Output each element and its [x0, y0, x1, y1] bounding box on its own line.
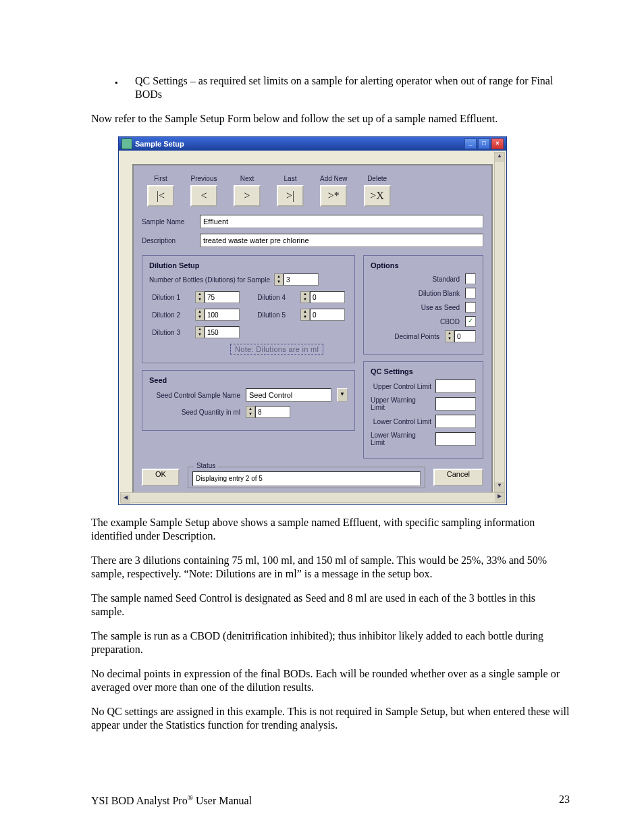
- paragraph-2: There are 3 dilutions containing 75 ml, …: [91, 554, 570, 581]
- nav-first-button[interactable]: |<: [147, 185, 174, 207]
- num-bottles-label: Number of Bottles (Dilutions) for Sample: [149, 276, 270, 284]
- nav-first-label: First: [154, 175, 167, 182]
- dilution-note: Note: Dilutions are in ml: [230, 344, 323, 355]
- bullet-marker: ▪: [115, 74, 135, 101]
- seed-qty-label: Seed Quantity in ml: [149, 409, 240, 416]
- opt-blank-checkbox[interactable]: [465, 288, 476, 298]
- nav-next-label: Next: [240, 175, 254, 182]
- dilution5-input[interactable]: [310, 309, 345, 321]
- opt-cbod-label: CBOD: [440, 318, 460, 325]
- scroll-left-icon[interactable]: ◀: [121, 494, 130, 504]
- seed-group: Seed Seed Control Sample Name Seed Contr…: [142, 370, 355, 431]
- minimize-button[interactable]: _: [464, 138, 477, 149]
- dilution3-label: Dilution 3: [149, 329, 183, 336]
- status-label: Status: [194, 462, 218, 469]
- dilution1-label: Dilution 1: [149, 294, 183, 301]
- opt-standard-checkbox[interactable]: [465, 273, 476, 284]
- dilution3-spinner[interactable]: ▲▼: [195, 326, 242, 338]
- dilution1-spinner[interactable]: ▲▼: [195, 291, 242, 303]
- window-titlebar: Sample Setup _ □ ×: [119, 137, 506, 151]
- spin-down-icon[interactable]: ▼: [275, 280, 283, 285]
- qc-ucl-input[interactable]: [435, 380, 476, 393]
- description-label: Description: [142, 237, 196, 244]
- paragraph-1: The example Sample Setup above shows a s…: [91, 516, 570, 543]
- paragraph-5: No decimal points in expression of the f…: [91, 667, 570, 694]
- seed-title: Seed: [149, 376, 348, 384]
- qc-lwl-input[interactable]: [435, 432, 476, 446]
- description-input[interactable]: treated waste water pre chlorine: [200, 234, 483, 247]
- app-icon: [122, 138, 132, 149]
- num-bottles-spinner[interactable]: ▲▼: [274, 273, 319, 286]
- bullet-text: QC Settings – as required set limits on …: [135, 74, 570, 101]
- seed-name-input[interactable]: Seed Control: [246, 388, 331, 402]
- cancel-button[interactable]: Cancel: [433, 469, 483, 486]
- nav-next-button[interactable]: >: [234, 185, 261, 207]
- opt-seed-label: Use as Seed: [421, 304, 460, 311]
- dilution-setup-group: Dilution Setup Number of Bottles (Diluti…: [142, 255, 355, 363]
- opt-standard-label: Standard: [432, 276, 460, 283]
- sample-setup-form: First|< Previous< Next> Last>| Add New>*…: [132, 164, 493, 498]
- opt-cbod-checkbox[interactable]: ✓: [465, 316, 476, 327]
- qc-lcl-label: Lower Control Limit: [373, 418, 431, 425]
- nav-previous-button[interactable]: <: [190, 185, 217, 207]
- close-button[interactable]: ×: [491, 138, 504, 149]
- page-number: 23: [559, 793, 570, 807]
- dilution1-input[interactable]: [205, 291, 240, 303]
- page-footer: YSI BOD Analyst Pro® User Manual 23: [91, 793, 570, 807]
- nav-addnew-label: Add New: [320, 175, 348, 182]
- dilution4-spinner[interactable]: ▲▼: [300, 291, 348, 303]
- paragraph-3: The sample named Seed Control is designa…: [91, 592, 570, 619]
- options-group: Options Standard Dilution Blank Use as S…: [363, 255, 483, 355]
- status-text: Displaying entry 2 of 5: [192, 471, 421, 486]
- seed-qty-input[interactable]: [255, 406, 290, 418]
- num-bottles-input[interactable]: [284, 273, 319, 286]
- qc-uwl-input[interactable]: [435, 397, 476, 411]
- nav-addnew-button[interactable]: >*: [320, 185, 347, 207]
- nav-delete-label: Delete: [367, 175, 387, 182]
- scroll-right-icon[interactable]: ▶: [495, 493, 504, 502]
- seed-name-dropdown-icon[interactable]: ▼: [337, 388, 348, 402]
- opt-seed-checkbox[interactable]: [465, 302, 476, 313]
- spin-up-icon[interactable]: ▲: [275, 274, 283, 280]
- nav-delete-button[interactable]: >X: [364, 185, 391, 207]
- vertical-scrollbar[interactable]: ▲ ▼: [494, 152, 505, 492]
- qc-lcl-input[interactable]: [435, 415, 476, 428]
- seed-qty-spinner[interactable]: ▲▼: [246, 406, 290, 418]
- nav-last-label: Last: [284, 175, 297, 182]
- maximize-button[interactable]: □: [478, 138, 490, 149]
- qc-settings-title: QC Settings: [371, 367, 476, 375]
- paragraph-6: No QC settings are assigned in this exam…: [91, 705, 570, 732]
- dilution-setup-title: Dilution Setup: [149, 261, 348, 269]
- intro-paragraph: Now refer to the Sample Setup Form below…: [91, 112, 570, 126]
- seed-name-label: Seed Control Sample Name: [149, 392, 240, 399]
- horizontal-scrollbar[interactable]: ◀ ▶: [120, 492, 505, 503]
- opt-blank-label: Dilution Blank: [419, 290, 460, 297]
- options-title: Options: [371, 261, 476, 269]
- sample-setup-screenshot: Sample Setup _ □ × ▲ ▼ First|< Previous<…: [118, 136, 507, 505]
- dilution5-spinner[interactable]: ▲▼: [300, 309, 348, 321]
- opt-decpts-spinner[interactable]: ▲▼: [445, 330, 476, 342]
- opt-decpts-input[interactable]: [454, 330, 476, 342]
- dilution3-input[interactable]: [205, 326, 240, 338]
- qc-ucl-label: Upper Control Limit: [373, 383, 431, 390]
- record-nav: First|< Previous< Next> Last>| Add New>*…: [142, 172, 483, 209]
- dilution2-label: Dilution 2: [149, 311, 183, 319]
- scroll-up-icon[interactable]: ▲: [495, 153, 504, 162]
- ok-button[interactable]: OK: [142, 469, 180, 486]
- dilution2-spinner[interactable]: ▲▼: [195, 309, 242, 321]
- nav-previous-label: Previous: [191, 175, 217, 182]
- qc-lwl-label: Lower Warning Limit: [371, 432, 431, 446]
- qc-settings-group: QC Settings Upper Control Limit Upper Wa…: [363, 361, 483, 459]
- nav-last-button[interactable]: >|: [277, 185, 304, 207]
- status-box: Status Displaying entry 2 of 5: [188, 467, 425, 488]
- dilution4-input[interactable]: [310, 291, 345, 303]
- qc-uwl-label: Upper Warning Limit: [371, 396, 431, 411]
- window-title: Sample Setup: [135, 140, 184, 148]
- sample-name-input[interactable]: Effluent: [200, 215, 483, 228]
- sample-name-label: Sample Name: [142, 218, 196, 226]
- dilution2-input[interactable]: [205, 309, 240, 321]
- dilution5-label: Dilution 5: [254, 311, 288, 319]
- paragraph-4: The sample is run as a CBOD (denitrifica…: [91, 629, 570, 656]
- scroll-down-icon[interactable]: ▼: [495, 482, 504, 492]
- bullet-qc-settings: ▪ QC Settings – as required set limits o…: [115, 74, 570, 101]
